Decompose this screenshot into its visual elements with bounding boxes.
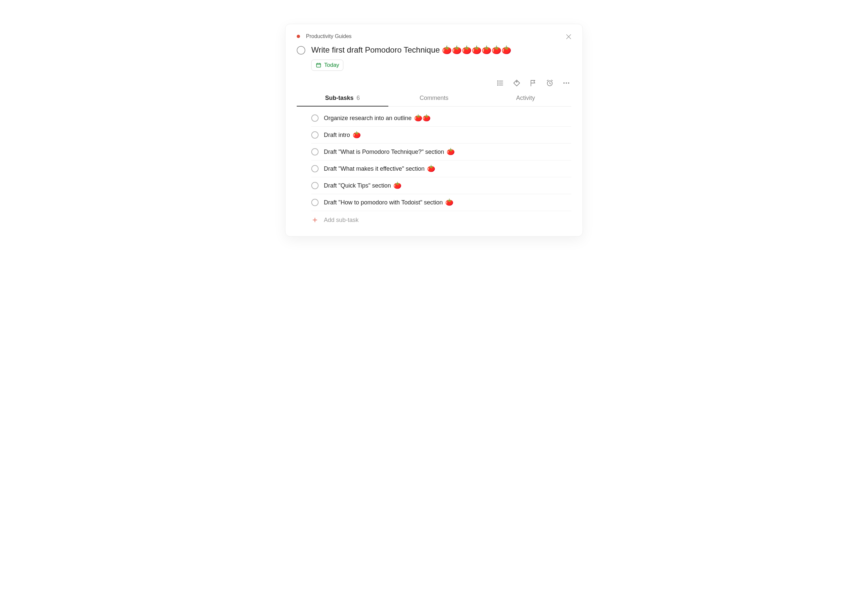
subtask-content: Draft "What makes it effective" section … <box>324 165 436 172</box>
flag-icon[interactable] <box>529 79 538 87</box>
subtask-checkbox[interactable] <box>311 148 319 155</box>
task-tomato-emojis: 🍅🍅🍅🍅🍅🍅🍅 <box>442 45 512 54</box>
task-toolbar <box>297 79 571 87</box>
tabs: Sub-tasks 6 Comments Activity <box>297 91 571 107</box>
task-title-text: Write first draft Pomodoro Technique <box>311 45 440 54</box>
subtask-tomato-emojis: 🍅 <box>425 165 436 172</box>
tab-subtasks-count: 6 <box>356 95 360 101</box>
reminder-icon[interactable] <box>546 79 554 87</box>
svg-point-12 <box>516 81 517 82</box>
subtask-checkbox[interactable] <box>311 165 319 172</box>
list-icon[interactable] <box>496 79 504 87</box>
plus-icon <box>311 216 319 223</box>
task-title-row: Write first draft Pomodoro Technique 🍅🍅🍅… <box>297 45 571 55</box>
subtask-row[interactable]: Draft "Quick Tips" section 🍅 <box>311 177 571 194</box>
project-breadcrumb[interactable]: Productivity Guides <box>297 33 571 39</box>
svg-point-8 <box>498 85 498 85</box>
subtask-label: Draft "What is Pomodoro Technique?" sect… <box>324 149 444 155</box>
project-name: Productivity Guides <box>306 33 352 39</box>
tab-subtasks-label: Sub-tasks <box>325 95 353 101</box>
tab-activity-label: Activity <box>516 95 535 101</box>
subtask-tomato-emojis: 🍅 <box>443 199 454 206</box>
task-title[interactable]: Write first draft Pomodoro Technique 🍅🍅🍅… <box>311 45 512 55</box>
subtask-row[interactable]: Draft "What makes it effective" section … <box>311 160 571 177</box>
subtask-row[interactable]: Draft "What is Pomodoro Technique?" sect… <box>311 144 571 160</box>
subtask-list: Organize research into an outline 🍅🍅Draf… <box>297 107 571 225</box>
subtask-content: Organize research into an outline 🍅🍅 <box>324 115 431 122</box>
due-date-label: Today <box>324 62 339 68</box>
subtask-row[interactable]: Draft "How to pomodoro with Todoist" sec… <box>311 194 571 211</box>
tag-icon[interactable] <box>512 79 521 87</box>
tab-comments[interactable]: Comments <box>388 91 480 106</box>
more-icon[interactable] <box>562 79 570 87</box>
add-subtask-label: Add sub-task <box>324 217 358 223</box>
task-meta-row: Today <box>297 59 571 71</box>
svg-point-18 <box>563 82 565 84</box>
subtask-label: Draft "What makes it effective" section <box>324 165 425 172</box>
svg-point-19 <box>566 82 567 84</box>
close-icon <box>565 33 572 40</box>
subtask-tomato-emojis: 🍅 <box>392 182 402 189</box>
subtask-checkbox[interactable] <box>311 199 319 206</box>
subtask-tomato-emojis: 🍅🍅 <box>412 114 431 121</box>
subtask-label: Draft intro <box>324 132 350 138</box>
subtask-row[interactable]: Draft intro 🍅 <box>311 127 571 144</box>
subtask-label: Organize research into an outline <box>324 115 411 121</box>
subtask-tomato-emojis: 🍅 <box>445 148 455 155</box>
svg-point-7 <box>498 83 498 83</box>
tab-subtasks[interactable]: Sub-tasks 6 <box>297 91 388 106</box>
svg-line-15 <box>550 83 551 84</box>
subtask-row[interactable]: Organize research into an outline 🍅🍅 <box>311 112 571 127</box>
subtask-checkbox[interactable] <box>311 182 319 189</box>
task-detail-card: Productivity Guides Write first draft Po… <box>285 24 583 236</box>
calendar-icon <box>316 62 321 68</box>
svg-line-17 <box>552 80 552 81</box>
subtask-checkbox[interactable] <box>311 115 319 122</box>
svg-point-20 <box>568 82 569 84</box>
subtask-checkbox[interactable] <box>311 131 319 139</box>
due-date-chip[interactable]: Today <box>311 59 343 71</box>
tab-comments-label: Comments <box>420 95 448 101</box>
add-subtask-button[interactable]: Add sub-task <box>311 211 571 225</box>
subtask-tomato-emojis: 🍅 <box>351 131 361 138</box>
task-complete-checkbox[interactable] <box>297 46 305 54</box>
subtask-label: Draft "How to pomodoro with Todoist" sec… <box>324 199 443 206</box>
subtask-content: Draft "Quick Tips" section 🍅 <box>324 182 401 189</box>
tab-activity[interactable]: Activity <box>480 91 571 106</box>
svg-rect-2 <box>316 64 321 67</box>
subtask-content: Draft "How to pomodoro with Todoist" sec… <box>324 199 454 206</box>
svg-line-16 <box>547 80 548 81</box>
close-button[interactable] <box>563 31 574 42</box>
subtask-content: Draft "What is Pomodoro Technique?" sect… <box>324 148 455 155</box>
project-color-dot <box>297 35 300 38</box>
subtask-label: Draft "Quick Tips" section <box>324 182 391 189</box>
subtask-content: Draft intro 🍅 <box>324 131 361 139</box>
svg-point-6 <box>498 81 498 81</box>
